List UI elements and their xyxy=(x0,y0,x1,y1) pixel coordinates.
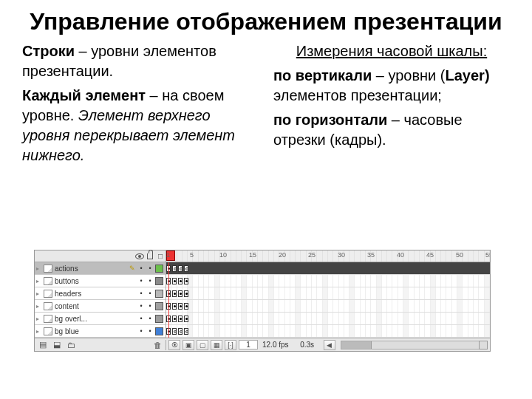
layer-row[interactable]: ▸bg overl...•• xyxy=(35,313,166,325)
layer-expand-icon[interactable]: ▸ xyxy=(36,265,44,272)
blank-keyframe[interactable] xyxy=(178,328,183,335)
visibility-dot[interactable]: • xyxy=(137,327,146,335)
visibility-dot[interactable]: • xyxy=(137,265,146,272)
right-horizontal: по горизонтали – часовые отрезки (кадры)… xyxy=(273,110,510,150)
keyframe[interactable] xyxy=(184,290,188,297)
layer-name[interactable]: content xyxy=(55,302,129,310)
layer-row[interactable]: ▸content•• xyxy=(35,300,166,313)
keyframe[interactable] xyxy=(172,278,177,284)
outline-toggle-icon[interactable]: □ xyxy=(155,251,166,262)
visibility-dot[interactable]: • xyxy=(137,277,146,284)
ruler-tick-label: 20 xyxy=(279,251,286,259)
right-vertical: по вертикали – уровни (Layer) элементов … xyxy=(273,66,510,106)
ruler-tick-label: 5 xyxy=(190,251,194,259)
lock-dot[interactable]: • xyxy=(146,302,154,310)
keyframe[interactable] xyxy=(172,303,177,310)
frame-row[interactable] xyxy=(166,325,490,338)
left-column: Строки – уровни элементов презентации. К… xyxy=(22,41,259,170)
frame-rate: 12.0 fps xyxy=(260,341,291,349)
layer-name[interactable]: actions xyxy=(55,265,129,273)
blank-keyframe[interactable] xyxy=(184,328,188,335)
blank-keyframe[interactable] xyxy=(178,265,183,272)
horizontal-scrollbar[interactable] xyxy=(341,341,488,349)
layer-type-icon xyxy=(44,290,52,298)
add-motion-guide-icon[interactable]: ⬓ xyxy=(52,340,62,350)
ruler-tick-label: 50 xyxy=(456,251,463,259)
frame-row[interactable] xyxy=(166,287,490,300)
lock-dot[interactable]: • xyxy=(146,277,154,284)
keyframe[interactable] xyxy=(172,290,177,297)
layer-expand-icon[interactable]: ▸ xyxy=(36,290,44,297)
lock-icon[interactable] xyxy=(145,251,155,262)
timeline-panel: □ 151015202530354045505560 ▸actions✎••▸b… xyxy=(34,250,491,352)
layer-name[interactable]: bg blue xyxy=(55,327,129,335)
left-para-1: Строки – уровни элементов презентации. xyxy=(22,41,259,81)
visibility-dot[interactable]: • xyxy=(137,290,146,297)
timeline-footer: ▤ ⬓ 🗀 🗑 ⦿ ▣ ▢ ▦ [·] 1 12.0 fps 0.3s ◀ xyxy=(35,338,490,351)
layer-expand-icon[interactable]: ▸ xyxy=(36,328,44,335)
layer-row[interactable]: ▸actions✎•• xyxy=(35,262,166,275)
lock-dot[interactable]: • xyxy=(146,327,154,335)
loop-icon[interactable]: ◀ xyxy=(324,340,335,350)
lock-dot[interactable]: • xyxy=(146,265,154,272)
delete-layer-icon[interactable]: 🗑 xyxy=(152,340,163,350)
layer-type-icon xyxy=(44,327,52,335)
ruler-tick-label: 15 xyxy=(249,251,256,259)
current-frame-number: 1 xyxy=(239,340,258,349)
lock-dot[interactable]: • xyxy=(146,290,154,297)
visibility-dot[interactable]: • xyxy=(137,315,146,322)
playhead-line xyxy=(168,262,169,338)
outline-color-swatch[interactable] xyxy=(155,315,163,323)
ruler-tick-label: 25 xyxy=(308,251,316,259)
layer-row[interactable]: ▸headers•• xyxy=(35,287,166,300)
ruler-tick-label: 10 xyxy=(219,251,227,259)
add-layer-icon[interactable]: ▤ xyxy=(38,340,48,350)
center-frame-icon[interactable]: ⦿ xyxy=(168,340,180,350)
add-folder-icon[interactable]: 🗀 xyxy=(66,340,76,350)
keyframe[interactable] xyxy=(178,290,183,297)
frame-row[interactable] xyxy=(166,300,490,313)
frame-row[interactable] xyxy=(166,313,490,325)
layer-row[interactable]: ▸buttons•• xyxy=(35,275,166,287)
right-column: Измерения часовой шкалы: по вертикали – … xyxy=(273,41,510,170)
layer-row[interactable]: ▸bg blue•• xyxy=(35,325,166,338)
keyframe[interactable] xyxy=(178,303,183,310)
outline-color-swatch[interactable] xyxy=(155,265,163,273)
frame-row[interactable] xyxy=(166,275,490,287)
keyframe[interactable] xyxy=(184,316,188,322)
layer-name[interactable]: bg overl... xyxy=(55,315,129,323)
ruler-tick-label: 35 xyxy=(367,251,375,259)
frame-ruler[interactable]: 151015202530354045505560 xyxy=(166,250,490,262)
keyframe[interactable] xyxy=(184,303,188,310)
onion-markers-icon[interactable]: [·] xyxy=(225,340,236,350)
keyframe[interactable] xyxy=(172,316,177,322)
keyframe[interactable] xyxy=(184,278,188,284)
scroll-right-icon[interactable] xyxy=(479,341,488,349)
visibility-dot[interactable]: • xyxy=(137,302,146,310)
ruler-tick-label: 1 xyxy=(166,251,170,259)
ruler-tick-label: 30 xyxy=(338,251,345,259)
outline-color-swatch[interactable] xyxy=(155,290,163,298)
frames-grid[interactable] xyxy=(166,262,490,338)
blank-keyframe[interactable] xyxy=(172,328,177,335)
layer-expand-icon[interactable]: ▸ xyxy=(36,316,44,322)
lock-dot[interactable]: • xyxy=(146,315,154,322)
outline-color-swatch[interactable] xyxy=(155,327,163,335)
layer-expand-icon[interactable]: ▸ xyxy=(36,278,44,284)
edit-multiple-frames-icon[interactable]: ▦ xyxy=(211,340,222,350)
blank-keyframe[interactable] xyxy=(172,265,177,272)
onion-skin-icon[interactable]: ▣ xyxy=(183,340,194,350)
blank-keyframe[interactable] xyxy=(184,265,188,272)
onion-skin-outlines-icon[interactable]: ▢ xyxy=(197,340,208,350)
layer-name[interactable]: headers xyxy=(55,290,129,298)
keyframe[interactable] xyxy=(178,316,183,322)
eye-icon[interactable] xyxy=(134,251,145,262)
ruler-tick-label: 55 xyxy=(485,251,490,259)
outline-color-swatch[interactable] xyxy=(155,277,163,285)
frame-row[interactable] xyxy=(166,262,490,275)
layer-name[interactable]: buttons xyxy=(55,277,129,285)
ruler-tick-label: 45 xyxy=(426,251,434,259)
outline-color-swatch[interactable] xyxy=(155,302,163,310)
keyframe[interactable] xyxy=(178,278,183,284)
layer-expand-icon[interactable]: ▸ xyxy=(36,303,44,310)
